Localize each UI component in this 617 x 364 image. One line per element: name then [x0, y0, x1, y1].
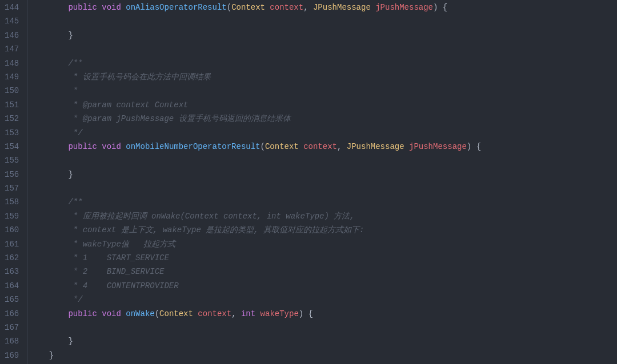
token-comment: /**: [68, 59, 82, 68]
line-number: 159: [5, 209, 19, 223]
token-param: wakeType: [261, 309, 299, 318]
line-number: 163: [5, 265, 19, 278]
code-line[interactable]: * 4 CONTENTPROVIDER: [30, 279, 617, 293]
token-brace: }: [49, 351, 54, 360]
code-line[interactable]: * @param jPushMessage 设置手机号码返回的消息结果体: [30, 112, 617, 126]
line-number: 150: [5, 84, 19, 98]
line-number: 145: [5, 14, 19, 28]
token-type: Context: [265, 142, 299, 151]
token-k-pub: public: [68, 309, 97, 318]
code-line[interactable]: public void onAliasOperatorResult(Contex…: [30, 1, 617, 14]
token-type: JPushMessage: [347, 142, 404, 151]
code-line[interactable]: /**: [30, 56, 617, 70]
line-number-gutter: 1441451461471481491501511521531541551561…: [0, 0, 27, 364]
line-number: 148: [5, 56, 19, 70]
line-number: 169: [5, 349, 19, 362]
line-number: 156: [5, 168, 19, 181]
line-number: 151: [5, 98, 19, 112]
code-line[interactable]: }: [30, 168, 617, 181]
token-param: jPushMessage: [375, 3, 433, 12]
token-brace: ) {: [433, 3, 447, 12]
line-number: 144: [5, 1, 19, 14]
token-brace: ,: [337, 142, 347, 151]
token-type: Context: [159, 309, 193, 318]
code-line[interactable]: * context 是上下文, wakeType 是拉起的类型, 其取值对应的拉…: [30, 223, 617, 237]
line-number: 158: [5, 195, 19, 209]
code-line[interactable]: }: [30, 349, 617, 362]
code-line[interactable]: }: [30, 29, 617, 42]
line-number: 149: [5, 70, 19, 84]
code-line[interactable]: public void onMobileNumberOperatorResult…: [30, 140, 617, 153]
token-comment: * 2 BIND_SERVICE: [68, 267, 164, 276]
token-comment: * @param context Context: [68, 100, 188, 110]
token-fn: onWake: [126, 309, 154, 318]
line-number: 167: [5, 321, 19, 334]
token-param: context: [303, 142, 337, 151]
code-line[interactable]: [30, 14, 617, 28]
code-line[interactable]: * wakeType值 拉起方式: [30, 237, 617, 251]
token-brace: (: [261, 142, 265, 151]
line-number: 161: [5, 237, 19, 251]
token-k-pub: public: [68, 3, 97, 12]
token-type: Context: [231, 3, 265, 12]
token-comment: */: [68, 128, 82, 137]
line-number: 153: [5, 126, 19, 140]
code-line[interactable]: * 应用被拉起时回调 onWake(Context context, int w…: [30, 209, 617, 223]
line-number: 164: [5, 279, 19, 293]
token-fn: onMobileNumberOperatorResult: [126, 142, 260, 151]
line-number: 154: [5, 140, 19, 153]
code-line[interactable]: [30, 181, 617, 195]
code-line[interactable]: /**: [30, 195, 617, 209]
token-brace: ) {: [299, 309, 313, 318]
line-number: 155: [5, 153, 19, 167]
line-number: 160: [5, 223, 19, 237]
token-comment: * 4 CONTENTPROVIDER: [68, 281, 178, 290]
token-k-pub: public: [68, 142, 97, 151]
code-line[interactable]: * 2 BIND_SERVICE: [30, 265, 617, 278]
token-comment: * @param jPushMessage 设置手机号码返回的消息结果体: [68, 114, 290, 123]
token-brace: }: [68, 31, 73, 40]
token-comment: * 1 START_SERVICE: [68, 253, 169, 262]
token-param: jPushMessage: [409, 142, 467, 151]
code-editor: 1441451461471481491501511521531541551561…: [0, 0, 617, 364]
token-param: context: [198, 309, 231, 318]
line-number: 152: [5, 112, 19, 126]
token-k-int: int: [241, 309, 255, 318]
token-comment: * wakeType值 拉起方式: [68, 240, 175, 249]
token-k-void: void: [102, 142, 121, 151]
token-brace: }: [68, 337, 73, 346]
code-line[interactable]: public void onWake(Context context, int …: [30, 307, 617, 321]
token-k-void: void: [102, 309, 121, 318]
code-line[interactable]: * 1 START_SERVICE: [30, 251, 617, 265]
token-brace: (: [227, 3, 231, 12]
code-line[interactable]: */: [30, 293, 617, 306]
code-line[interactable]: */: [30, 126, 617, 140]
code-line[interactable]: [30, 321, 617, 334]
code-line[interactable]: * 设置手机号码会在此方法中回调结果: [30, 70, 617, 84]
token-comment: * context 是上下文, wakeType 是拉起的类型, 其取值对应的拉…: [68, 225, 364, 234]
code-area[interactable]: public void onAliasOperatorResult(Contex…: [27, 0, 617, 364]
line-number: 146: [5, 29, 19, 42]
token-brace: ,: [303, 3, 313, 12]
code-line[interactable]: [30, 42, 617, 56]
line-number: 165: [5, 293, 19, 306]
token-brace: }: [68, 170, 73, 179]
token-brace: (: [155, 309, 159, 318]
token-brace: ) {: [467, 142, 481, 151]
line-number: 157: [5, 181, 19, 195]
code-line[interactable]: * @param context Context: [30, 98, 617, 112]
token-type: JPushMessage: [313, 3, 371, 12]
line-number: 147: [5, 42, 19, 56]
code-line[interactable]: }: [30, 334, 617, 348]
line-number: 166: [5, 307, 19, 321]
code-line[interactable]: *: [30, 84, 617, 98]
token-comment: * 设置手机号码会在此方法中回调结果: [68, 72, 210, 82]
code-line[interactable]: [30, 153, 617, 167]
token-brace: ,: [231, 309, 241, 318]
token-comment: /**: [68, 197, 82, 207]
line-number: 162: [5, 251, 19, 265]
token-fn: onAliasOperatorResult: [126, 3, 226, 12]
token-comment: *: [68, 86, 78, 95]
token-param: context: [270, 3, 303, 12]
line-number: 168: [5, 334, 19, 348]
